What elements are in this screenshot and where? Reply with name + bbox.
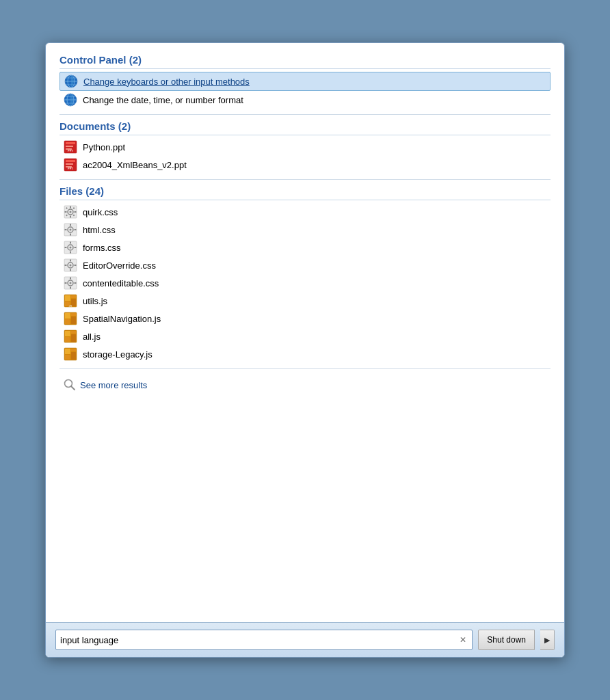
svg-rect-66 xyxy=(65,313,70,319)
svg-rect-50 xyxy=(65,265,67,266)
js-icon-4 xyxy=(64,347,77,361)
svg-rect-26 xyxy=(75,211,77,213)
svg-rect-23 xyxy=(70,206,71,208)
doc-result-item-2[interactable]: PPT ac2004_XmlBeans_v2.ppt xyxy=(59,156,551,174)
see-more-results[interactable]: See more results xyxy=(59,375,551,395)
svg-rect-78 xyxy=(65,355,70,360)
file-item-7-label: SpatialNavigation.js xyxy=(83,314,161,324)
menu-content: Control Panel (2) Change keyboards or ot… xyxy=(46,43,564,622)
svg-rect-72 xyxy=(71,331,76,334)
section-header-files: Files (24) xyxy=(59,185,551,200)
cp-item-2-label: Change the date, time, or number format xyxy=(83,95,243,105)
file-result-item-3[interactable]: forms.css xyxy=(59,239,551,256)
svg-rect-11 xyxy=(66,142,75,144)
file-item-9-label: storage-Legacy.js xyxy=(83,349,152,360)
ppt-icon-2: PPT xyxy=(64,158,77,172)
svg-rect-49 xyxy=(70,269,71,271)
svg-rect-16 xyxy=(66,160,75,162)
svg-point-33 xyxy=(70,229,72,231)
svg-rect-76 xyxy=(65,349,70,354)
section-header-documents: Documents (2) xyxy=(59,120,551,135)
cp-result-item-1[interactable]: Change keyboards or other input methods xyxy=(59,72,551,91)
svg-rect-77 xyxy=(71,349,76,351)
css-icon-5 xyxy=(64,276,77,290)
file-result-item-2[interactable]: html.css xyxy=(59,221,551,239)
globe-icon-2 xyxy=(64,93,77,107)
js-icon-1: JS xyxy=(64,294,77,308)
file-item-6-label: utils.js xyxy=(83,296,107,306)
svg-rect-60 xyxy=(65,295,70,301)
svg-rect-74 xyxy=(71,334,76,342)
search-box: ✕ xyxy=(55,630,473,650)
svg-rect-35 xyxy=(70,234,71,236)
globe-icon-1 xyxy=(64,75,78,88)
svg-rect-79 xyxy=(71,352,76,360)
file-item-3-label: forms.css xyxy=(83,243,121,253)
divider-1 xyxy=(59,114,551,115)
search-icon xyxy=(64,379,76,391)
see-more-link[interactable]: See more results xyxy=(80,380,147,390)
section-documents: Documents (2) PPT Python.ppt PPT xyxy=(59,120,551,174)
svg-rect-17 xyxy=(66,163,73,165)
svg-rect-41 xyxy=(70,242,71,244)
file-result-item-5[interactable]: contenteditable.css xyxy=(59,274,551,292)
svg-rect-37 xyxy=(75,229,77,230)
svg-rect-56 xyxy=(70,287,71,289)
svg-point-47 xyxy=(70,265,72,267)
css-icon-3 xyxy=(64,241,77,254)
file-result-item-7[interactable]: SpatialNavigation.js xyxy=(59,310,551,327)
file-result-item-6[interactable]: JS utils.js xyxy=(59,292,551,310)
css-icon-4 xyxy=(64,258,77,272)
svg-rect-57 xyxy=(65,282,67,284)
svg-rect-61 xyxy=(71,295,76,298)
svg-rect-68 xyxy=(65,319,70,324)
divider-2 xyxy=(59,179,551,180)
bottom-bar: ✕ Shut down ▶ xyxy=(46,622,564,657)
svg-rect-55 xyxy=(70,278,71,280)
start-menu: Control Panel (2) Change keyboards or ot… xyxy=(45,42,565,658)
svg-rect-44 xyxy=(75,247,77,248)
svg-point-40 xyxy=(70,247,72,249)
svg-rect-73 xyxy=(65,337,70,342)
section-control-panel: Control Panel (2) Change keyboards or ot… xyxy=(59,54,551,109)
section-header-control-panel: Control Panel (2) xyxy=(59,54,551,69)
cp-item-1-link[interactable]: Change keyboards or other input methods xyxy=(83,77,250,87)
svg-point-54 xyxy=(70,282,72,284)
js-icon-3 xyxy=(64,329,77,343)
section-files: Files (24) quirk.css xyxy=(59,185,551,363)
clear-search-button[interactable]: ✕ xyxy=(458,635,468,645)
svg-rect-58 xyxy=(75,282,77,284)
file-result-item-9[interactable]: storage-Legacy.js xyxy=(59,345,551,363)
svg-rect-12 xyxy=(66,146,73,147)
file-item-5-label: contenteditable.css xyxy=(83,278,159,288)
svg-rect-69 xyxy=(71,317,76,324)
svg-rect-67 xyxy=(71,313,76,316)
svg-line-82 xyxy=(71,386,75,390)
svg-rect-51 xyxy=(75,265,77,266)
file-result-item-4[interactable]: EditorOverride.css xyxy=(59,256,551,274)
svg-rect-71 xyxy=(65,331,70,336)
svg-point-22 xyxy=(70,211,72,213)
search-input[interactable] xyxy=(60,635,458,645)
file-result-item-1[interactable]: quirk.css xyxy=(59,203,551,221)
js-icon-2 xyxy=(64,312,77,325)
svg-rect-24 xyxy=(70,216,71,218)
file-item-8-label: all.js xyxy=(83,332,101,342)
svg-rect-34 xyxy=(70,224,71,226)
svg-rect-43 xyxy=(65,247,67,248)
divider-3 xyxy=(59,368,551,369)
svg-rect-36 xyxy=(65,229,67,230)
file-item-2-label: html.css xyxy=(83,225,116,235)
file-item-4-label: EditorOverride.css xyxy=(83,260,156,271)
css-icon-1 xyxy=(64,205,77,219)
shutdown-button[interactable]: Shut down xyxy=(478,630,535,650)
svg-rect-48 xyxy=(70,260,71,262)
file-item-1-label: quirk.css xyxy=(83,207,118,217)
svg-rect-25 xyxy=(65,211,67,213)
svg-text:PPT: PPT xyxy=(68,167,73,170)
file-result-item-8[interactable]: all.js xyxy=(59,327,551,345)
cp-result-item-2[interactable]: Change the date, time, or number format xyxy=(59,91,551,109)
shutdown-arrow-button[interactable]: ▶ xyxy=(540,630,555,650)
ppt-icon-1: PPT xyxy=(64,140,77,154)
doc-result-item-1[interactable]: PPT Python.ppt xyxy=(59,138,551,156)
